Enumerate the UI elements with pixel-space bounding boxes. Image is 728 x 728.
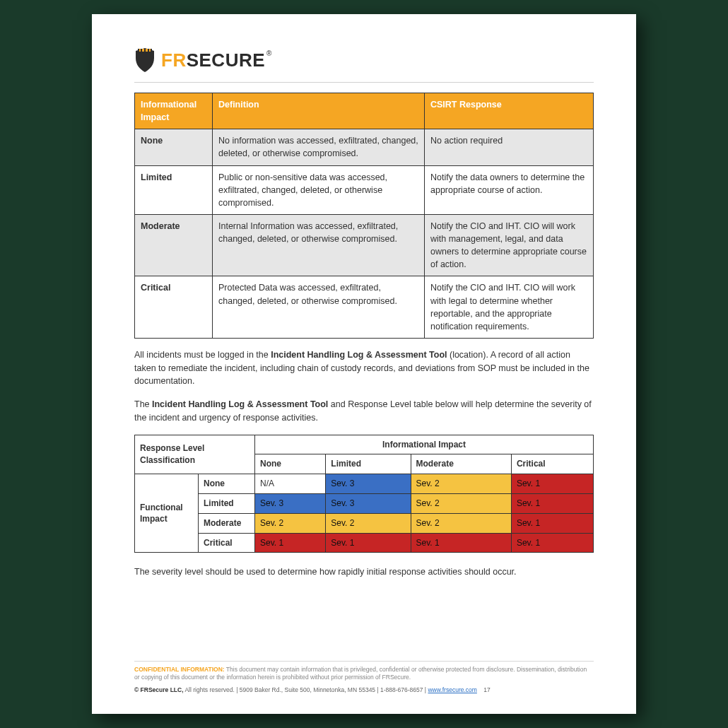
company-rest: All rights reserved. | 5909 Baker Rd., S… bbox=[184, 686, 428, 693]
footer-divider bbox=[134, 661, 594, 662]
matrix-cell: N/A bbox=[255, 474, 326, 494]
footer: CONFIDENTIAL INFORMATION: This document … bbox=[134, 661, 594, 694]
cell-level: Critical bbox=[135, 276, 213, 339]
brand-reg: ® bbox=[266, 49, 272, 57]
para1-prefix: All incidents must be logged in the bbox=[134, 350, 271, 360]
para2-prefix: The bbox=[134, 399, 152, 409]
cell-level: Limited bbox=[135, 165, 213, 214]
matrix-row: ModerateSev. 2Sev. 2Sev. 2Sev. 1 bbox=[135, 513, 594, 533]
confidential-line: CONFIDENTIAL INFORMATION: This document … bbox=[134, 666, 594, 682]
matrix-cell: Sev. 2 bbox=[411, 474, 511, 494]
matrix-col-header: Critical bbox=[511, 454, 593, 474]
table-header-row: Informational Impact Definition CSIRT Re… bbox=[135, 93, 594, 129]
response-level-matrix: Response Level Classification Informatio… bbox=[134, 435, 594, 553]
matrix-row-label: Limited bbox=[199, 494, 255, 514]
cell-response: Notify the CIO and IHT. CIO will work wi… bbox=[425, 276, 594, 339]
brand-logo-text: FRSECURE® bbox=[161, 49, 272, 71]
matrix-cell: Sev. 1 bbox=[511, 513, 593, 533]
matrix-cell: Sev. 1 bbox=[411, 533, 511, 553]
header: FRSECURE® bbox=[134, 48, 594, 72]
confidential-label: CONFIDENTIAL INFORMATION: bbox=[134, 666, 225, 673]
matrix-corner: Response Level Classification bbox=[135, 435, 255, 474]
matrix-row: LimitedSev. 3Sev. 3Sev. 2Sev. 1 bbox=[135, 494, 594, 514]
page-number: 17 bbox=[483, 686, 490, 693]
th-impact: Informational Impact bbox=[135, 93, 213, 129]
cell-response: Notify the CIO and IHT. CIO will work wi… bbox=[425, 214, 594, 276]
table-row: NoneNo information was accessed, exfiltr… bbox=[135, 129, 594, 165]
cell-definition: Public or non-sensitive data was accesse… bbox=[213, 165, 425, 214]
paragraph-severity: The severity level should be used to det… bbox=[134, 565, 594, 579]
para2-bold: Incident Handling Log & Assessment Tool bbox=[152, 399, 328, 409]
paragraph-logging: All incidents must be logged in the Inci… bbox=[134, 348, 594, 388]
matrix-cell: Sev. 1 bbox=[255, 533, 326, 553]
brand-secure: SECURE bbox=[187, 49, 265, 71]
matrix-row-group: Functional Impact bbox=[135, 474, 199, 553]
table-row: ModerateInternal Information was accesse… bbox=[135, 214, 594, 276]
matrix-cell: Sev. 1 bbox=[326, 533, 411, 553]
svg-rect-1 bbox=[138, 49, 139, 52]
svg-rect-3 bbox=[144, 49, 146, 52]
brand-fr: FR bbox=[161, 49, 187, 71]
matrix-row-label: None bbox=[199, 474, 255, 494]
matrix-cell: Sev. 1 bbox=[511, 533, 593, 553]
matrix-cell: Sev. 3 bbox=[255, 494, 326, 514]
table-row: CriticalProtected Data was accessed, exf… bbox=[135, 276, 594, 339]
cell-definition: Internal Information was accessed, exfil… bbox=[213, 214, 425, 276]
svg-rect-4 bbox=[148, 49, 149, 52]
matrix-col-header: Moderate bbox=[411, 454, 511, 474]
matrix-top-header: Informational Impact bbox=[255, 435, 594, 454]
matrix-cell: Sev. 1 bbox=[511, 474, 593, 494]
cell-response: No action required bbox=[425, 129, 594, 165]
matrix-row-label: Critical bbox=[199, 533, 255, 553]
svg-rect-2 bbox=[141, 49, 142, 52]
header-divider bbox=[134, 82, 594, 83]
company-line: © FRSecure LLC, All rights reserved. | 5… bbox=[134, 686, 594, 694]
matrix-row-label: Moderate bbox=[199, 513, 255, 533]
th-definition: Definition bbox=[213, 93, 425, 129]
matrix-col-header: Limited bbox=[326, 454, 411, 474]
matrix-col-header: None bbox=[255, 454, 326, 474]
matrix-cell: Sev. 3 bbox=[326, 474, 411, 494]
matrix-row: Functional ImpactNoneN/ASev. 3Sev. 2Sev.… bbox=[135, 474, 594, 494]
cell-response: Notify the data owners to determine the … bbox=[425, 165, 594, 214]
th-response: CSIRT Response bbox=[425, 93, 594, 129]
matrix-cell: Sev. 3 bbox=[326, 494, 411, 514]
matrix-cell: Sev. 2 bbox=[255, 513, 326, 533]
svg-rect-5 bbox=[151, 49, 152, 52]
cell-level: Moderate bbox=[135, 214, 213, 276]
cell-definition: Protected Data was accessed, exfiltrated… bbox=[213, 276, 425, 339]
matrix-cell: Sev. 2 bbox=[411, 513, 511, 533]
cell-definition: No information was accessed, exfiltrated… bbox=[213, 129, 425, 165]
document-page: FRSECURE® Informational Impact Definitio… bbox=[92, 14, 636, 714]
matrix-cell: Sev. 1 bbox=[511, 494, 593, 514]
matrix-cell: Sev. 2 bbox=[326, 513, 411, 533]
table-row: LimitedPublic or non-sensitive data was … bbox=[135, 165, 594, 214]
company-bold: © FRSecure LLC, bbox=[134, 686, 184, 693]
cell-level: None bbox=[135, 129, 213, 165]
matrix-row: CriticalSev. 1Sev. 1Sev. 1Sev. 1 bbox=[135, 533, 594, 553]
para1-bold: Incident Handling Log & Assessment Tool bbox=[271, 350, 447, 360]
informational-impact-table: Informational Impact Definition CSIRT Re… bbox=[134, 93, 594, 339]
footer-link[interactable]: www.frsecure.com bbox=[428, 686, 476, 693]
paragraph-assessment: The Incident Handling Log & Assessment T… bbox=[134, 398, 594, 425]
shield-icon bbox=[134, 48, 155, 72]
matrix-cell: Sev. 2 bbox=[411, 494, 511, 514]
